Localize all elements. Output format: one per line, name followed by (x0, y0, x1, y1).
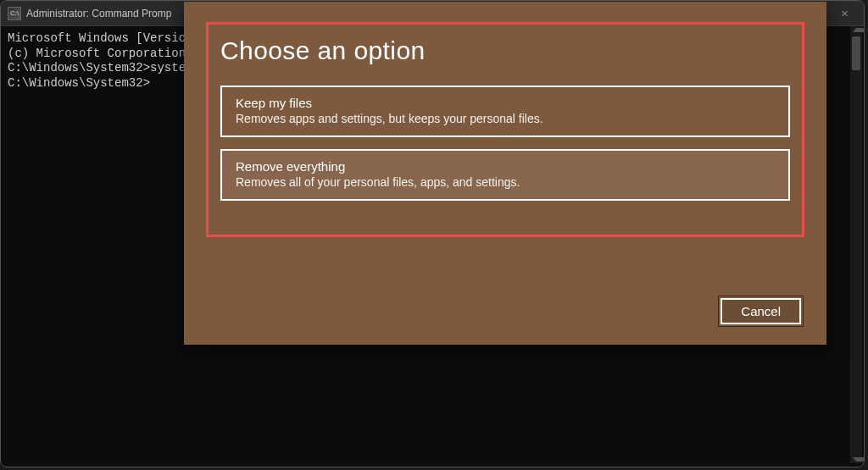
keep-my-files-option[interactable]: Keep my files Removes apps and settings,… (220, 86, 790, 137)
option-title: Remove everything (236, 159, 775, 174)
close-button[interactable]: ✕ (825, 1, 864, 26)
cmd-window: C:\ Administrator: Command Promp ─ □ ✕ M… (0, 0, 865, 467)
cancel-button[interactable]: Cancel (721, 298, 801, 324)
reset-dialog: Choose an option Keep my files Removes a… (184, 2, 826, 345)
scrollbar-thumb[interactable] (852, 36, 860, 70)
option-description: Removes apps and settings, but keeps you… (236, 112, 775, 125)
option-description: Removes all of your personal files, apps… (236, 175, 775, 189)
dialog-title: Choose an option (220, 36, 790, 65)
option-title: Keep my files (236, 96, 775, 110)
window-title: Administrator: Command Promp (26, 8, 171, 19)
scrollbar[interactable] (850, 26, 862, 463)
cmd-icon: C:\ (8, 7, 21, 20)
remove-everything-option[interactable]: Remove everything Removes all of your pe… (220, 149, 790, 201)
highlight-annotation: Choose an option Keep my files Removes a… (206, 22, 804, 237)
